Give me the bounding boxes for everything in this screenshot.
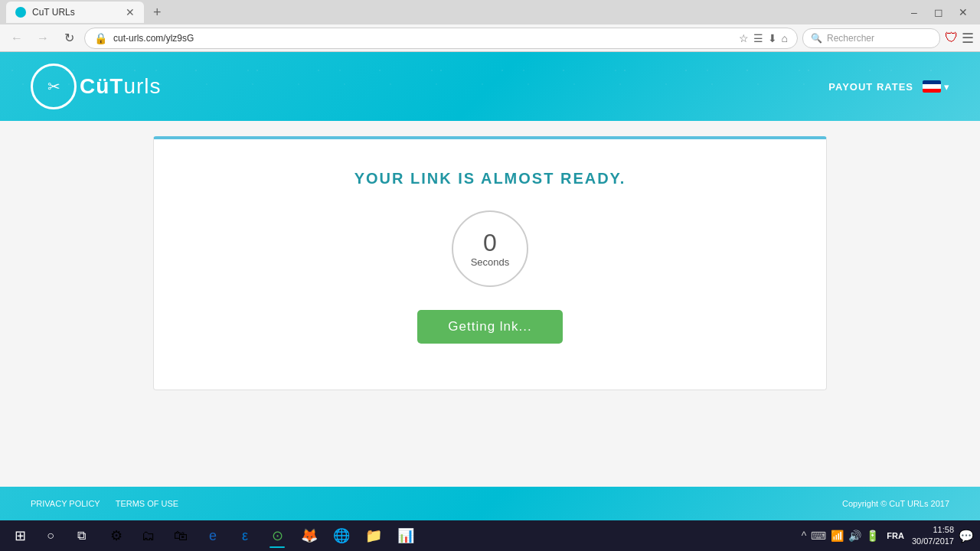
minimize-button[interactable]: – bbox=[903, 5, 925, 20]
logo: CüTurls bbox=[31, 64, 162, 109]
menu-icon[interactable]: ☰ bbox=[962, 30, 974, 47]
taskbar-app-files[interactable]: 📁 bbox=[358, 522, 389, 549]
language-flag bbox=[923, 80, 941, 93]
battery-icon[interactable]: 🔋 bbox=[866, 530, 879, 542]
window-controls: – ◻ ✕ bbox=[903, 5, 974, 20]
network-icon: 🌐 bbox=[333, 527, 350, 544]
settings-icon: ⚙ bbox=[110, 527, 122, 544]
browser-chrome: CuT URLs ✕ + – ◻ ✕ ← → ↻ 🔒 cut-urls.com/… bbox=[0, 0, 980, 52]
site-header: CüTurls PAYOUT RATES ▾ bbox=[0, 52, 980, 121]
logo-circle-icon bbox=[31, 64, 77, 109]
reload-button[interactable]: ↻ bbox=[58, 28, 80, 49]
bookmark-star-icon[interactable]: ☆ bbox=[739, 32, 749, 44]
terms-of-use-link[interactable]: TERMS OF USE bbox=[116, 499, 179, 508]
store-icon: 🛍 bbox=[174, 528, 188, 544]
clock-date: 30/07/2017 bbox=[912, 536, 954, 547]
address-icons: ☆ ☰ ⬇ ⌂ bbox=[739, 32, 788, 44]
browser-titlebar: CuT URLs ✕ + – ◻ ✕ bbox=[0, 0, 980, 24]
tray-expand-icon[interactable]: ^ bbox=[802, 530, 807, 542]
footer-copyright: Copyright © CuT URLs 2017 bbox=[842, 499, 949, 508]
lock-icon: 🔒 bbox=[94, 32, 107, 44]
privacy-policy-link[interactable]: PRIVACY POLICY bbox=[31, 499, 100, 508]
back-button[interactable]: ← bbox=[6, 28, 28, 49]
clock-time: 11:58 bbox=[912, 524, 954, 536]
nav-icons-right: 🛡 ☰ bbox=[945, 30, 974, 47]
language-label[interactable]: FRA bbox=[884, 530, 907, 542]
card-title: YOUR LINK IS ALMOST READY. bbox=[354, 170, 626, 187]
taskbar-app-store[interactable]: 🛍 bbox=[165, 522, 196, 549]
taskbar-app-edge[interactable]: ε bbox=[230, 522, 260, 549]
content-card: YOUR LINK IS ALMOST READY. 0 Seconds Get… bbox=[153, 136, 827, 390]
browser-tab[interactable]: CuT URLs ✕ bbox=[6, 2, 144, 23]
address-bar[interactable]: 🔒 cut-urls.com/ylz9sG ☆ ☰ ⬇ ⌂ bbox=[84, 28, 798, 49]
home-icon[interactable]: ⌂ bbox=[782, 32, 788, 44]
taskbar-apps: ⚙ 🗂 🛍 e ε ⊙ 🦊 🌐 📁 📊 bbox=[101, 522, 799, 549]
windows-icon: ⊞ bbox=[15, 527, 26, 544]
excel-icon: 📊 bbox=[397, 527, 414, 544]
payout-rates-link[interactable]: PAYOUT RATES bbox=[828, 81, 913, 93]
timer-number: 0 bbox=[483, 230, 497, 255]
get-link-button[interactable]: Getting lnk... bbox=[417, 310, 562, 344]
task-view-button[interactable]: ⧉ bbox=[67, 522, 95, 549]
reader-icon[interactable]: ☰ bbox=[753, 32, 763, 44]
taskbar-app-excel[interactable]: 📊 bbox=[390, 522, 421, 549]
logo-cut: CüT bbox=[80, 74, 123, 98]
tab-close-button[interactable]: ✕ bbox=[126, 7, 135, 18]
logo-text: CüTurls bbox=[80, 74, 162, 99]
taskbar-app-chrome[interactable]: ⊙ bbox=[262, 522, 292, 549]
ie-icon: e bbox=[209, 528, 217, 544]
keyboard-icon[interactable]: ⌨ bbox=[811, 530, 826, 542]
folder-icon: 🗂 bbox=[142, 528, 155, 544]
notification-icon[interactable]: 💬 bbox=[959, 529, 974, 543]
edge-icon: ε bbox=[242, 528, 248, 544]
timer-circle: 0 Seconds bbox=[452, 210, 528, 287]
taskbar-app-firefox[interactable]: 🦊 bbox=[294, 522, 325, 549]
taskbar-tray: ^ ⌨ 📶 🔊 🔋 FRA 11:58 30/07/2017 💬 bbox=[802, 524, 974, 548]
chevron-down-icon: ▾ bbox=[944, 81, 949, 93]
taskbar-search-button[interactable]: ○ bbox=[37, 522, 64, 549]
start-button[interactable]: ⊞ bbox=[6, 522, 34, 549]
tab-title: CuT URLs bbox=[32, 7, 119, 18]
close-button[interactable]: ✕ bbox=[952, 5, 974, 20]
search-icon: 🔍 bbox=[811, 33, 822, 44]
taskbar-app-network[interactable]: 🌐 bbox=[326, 522, 357, 549]
browser-navbar: ← → ↻ 🔒 cut-urls.com/ylz9sG ☆ ☰ ⬇ ⌂ 🔍 Re… bbox=[0, 24, 980, 52]
taskbar: ⊞ ○ ⧉ ⚙ 🗂 🛍 e ε ⊙ 🦊 🌐 📁 bbox=[0, 520, 980, 551]
search-icon: ○ bbox=[47, 529, 54, 543]
search-bar[interactable]: 🔍 Rechercher bbox=[802, 28, 940, 48]
timer-label: Seconds bbox=[471, 256, 510, 268]
forward-button[interactable]: → bbox=[32, 28, 54, 49]
volume-icon[interactable]: 🔊 bbox=[848, 530, 861, 542]
tab-favicon bbox=[15, 7, 26, 18]
website: CüTurls PAYOUT RATES ▾ YOUR LINK IS ALMO… bbox=[0, 52, 980, 520]
language-selector[interactable]: ▾ bbox=[923, 80, 949, 93]
new-tab-button[interactable]: + bbox=[147, 3, 168, 22]
site-footer: PRIVACY POLICY TERMS OF USE Copyright © … bbox=[0, 487, 980, 520]
address-text: cut-urls.com/ylz9sG bbox=[113, 33, 733, 44]
logo-urls: urls bbox=[123, 74, 161, 98]
taskbar-app-ie[interactable]: e bbox=[198, 522, 228, 549]
taskbar-app-folder[interactable]: 🗂 bbox=[133, 522, 164, 549]
firefox-icon: 🦊 bbox=[301, 527, 318, 544]
download-icon[interactable]: ⬇ bbox=[768, 32, 777, 44]
footer-links: PRIVACY POLICY TERMS OF USE bbox=[31, 499, 178, 508]
taskbar-app-settings[interactable]: ⚙ bbox=[101, 522, 132, 549]
chrome-icon: ⊙ bbox=[272, 527, 283, 544]
site-main: YOUR LINK IS ALMOST READY. 0 Seconds Get… bbox=[0, 121, 980, 487]
network-tray-icon[interactable]: 📶 bbox=[831, 530, 844, 542]
task-view-icon: ⧉ bbox=[77, 529, 86, 543]
search-placeholder: Rechercher bbox=[827, 33, 874, 44]
header-nav: PAYOUT RATES ▾ bbox=[828, 80, 949, 93]
files-icon: 📁 bbox=[365, 527, 382, 544]
tray-time[interactable]: 11:58 30/07/2017 bbox=[912, 524, 954, 548]
shield-icon[interactable]: 🛡 bbox=[945, 30, 959, 46]
restore-button[interactable]: ◻ bbox=[928, 5, 949, 20]
